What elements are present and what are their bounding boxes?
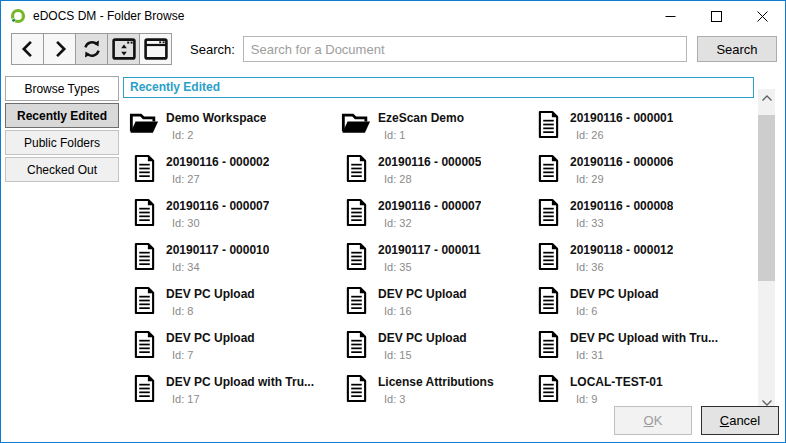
document-icon [537,242,560,271]
item-title: 20190116 - 000008 [570,199,673,213]
cancel-button[interactable]: Cancel [701,406,779,435]
list-item[interactable]: DEV PC Upload Id: 7 [129,329,341,373]
document-icon [345,242,368,271]
chevron-up-icon [761,94,773,102]
item-id: Id: 26 [570,129,673,141]
item-title: 20190117 - 000010 [166,243,269,257]
minimize-icon [665,11,676,22]
panel-toggle-button[interactable] [107,33,140,65]
sidebar-item-checked-out[interactable]: Checked Out [5,157,119,182]
list-item[interactable]: 20190116 - 000006 Id: 29 [533,153,741,197]
refresh-icon [81,38,103,60]
item-title: DEV PC Upload with Tru... [570,331,718,345]
toolbar: Search: Search [11,33,777,65]
close-icon [757,11,768,22]
list-item[interactable]: EzeScan Demo Id: 1 [341,109,533,153]
maximize-button[interactable] [693,1,739,31]
item-title: DEV PC Upload with Tru... [166,375,314,389]
item-title: 20190116 - 000007 [166,199,269,213]
list-item[interactable]: 20190116 - 000001 Id: 26 [533,109,741,153]
scrollbar-thumb[interactable] [758,115,775,281]
list-item[interactable]: DEV PC Upload Id: 6 [533,285,741,329]
search-button[interactable]: Search [697,36,777,62]
close-button[interactable] [739,1,785,31]
ok-button[interactable]: OK [614,406,692,435]
list-item[interactable]: DEV PC Upload with Tru... Id: 31 [533,329,741,373]
document-icon [133,330,156,359]
item-title: 20190116 - 000006 [570,155,673,169]
document-icon [133,374,156,403]
document-icon [133,198,156,227]
item-title: 20190116 - 000002 [166,155,269,169]
folder-icon [341,110,371,136]
item-id: Id: 8 [166,305,255,317]
scroll-up-button[interactable] [758,89,775,106]
item-title: 20190116 - 000001 [570,111,673,125]
list-item[interactable]: 20190116 - 000002 Id: 27 [129,153,341,197]
list-item[interactable]: Demo Workspace Id: 2 [129,109,341,153]
item-id: Id: 35 [378,261,481,273]
document-icon [345,286,368,315]
panel-icon [144,38,168,60]
list-item[interactable]: 20190116 - 000007 Id: 30 [129,197,341,241]
sidebar-item-browse-types[interactable]: Browse Types [5,76,119,101]
item-title: Demo Workspace [166,111,266,125]
sidebar-item-public-folders[interactable]: Public Folders [5,130,119,155]
item-id: Id: 29 [570,173,673,185]
list-item[interactable]: 20190117 - 000011 Id: 35 [341,241,533,285]
document-icon [345,330,368,359]
list-item[interactable]: 20190116 - 000008 Id: 33 [533,197,741,241]
back-button[interactable] [11,33,44,65]
refresh-button[interactable] [75,33,108,65]
list-item[interactable]: 20190118 - 000012 Id: 36 [533,241,741,285]
item-id: Id: 3 [378,393,494,405]
list-item[interactable]: DEV PC Upload Id: 15 [341,329,533,373]
item-id: Id: 30 [166,217,269,229]
list-item[interactable]: License Attributions Id: 3 [341,373,533,407]
forward-icon [50,39,70,59]
forward-button[interactable] [43,33,76,65]
item-id: Id: 7 [166,349,255,361]
minimize-button[interactable] [647,1,693,31]
maximize-icon [711,11,722,22]
document-icon [537,110,560,139]
vertical-scrollbar[interactable] [758,89,775,411]
search-input[interactable] [243,36,687,62]
item-id: Id: 15 [378,349,467,361]
item-title: 20190116 - 000007 [378,199,481,213]
nav-button-group [11,33,172,65]
item-title: License Attributions [378,375,494,389]
titlebar: eDOCS DM - Folder Browse [1,1,785,31]
sidebar-item-recently-edited[interactable]: Recently Edited [5,103,119,128]
item-title: DEV PC Upload [166,287,255,301]
item-id: Id: 34 [166,261,269,273]
document-icon [537,374,560,403]
list-item[interactable]: DEV PC Upload with Tru... Id: 17 [129,373,341,407]
item-grid: Demo Workspace Id: 2 [123,101,755,407]
list-item[interactable]: DEV PC Upload Id: 16 [341,285,533,329]
list-item[interactable]: DEV PC Upload Id: 8 [129,285,341,329]
list-item[interactable]: 20190116 - 000005 Id: 28 [341,153,533,197]
list-item[interactable]: 20190116 - 000007 Id: 32 [341,197,533,241]
list-item[interactable]: LOCAL-TEST-01 Id: 9 [533,373,741,407]
document-icon [133,286,156,315]
opentext-logo-icon [10,8,26,24]
document-icon [345,374,368,403]
sidebar: Browse Types Recently Edited Public Fold… [5,76,119,184]
panel-button[interactable] [139,33,172,65]
document-icon [537,286,560,315]
item-id: Id: 31 [570,349,718,361]
document-icon [537,330,560,359]
item-title: DEV PC Upload [378,331,467,345]
item-id: Id: 32 [378,217,481,229]
item-id: Id: 36 [570,261,673,273]
item-id: Id: 2 [166,129,266,141]
folder-browse-dialog: eDOCS DM - Folder Browse [0,0,786,443]
item-id: Id: 6 [570,305,659,317]
list-item[interactable]: 20190117 - 000010 Id: 34 [129,241,341,285]
item-id: Id: 17 [166,393,314,405]
document-icon [133,242,156,271]
item-title: 20190117 - 000011 [378,243,481,257]
document-icon [345,198,368,227]
list-header: Recently Edited [123,77,754,98]
